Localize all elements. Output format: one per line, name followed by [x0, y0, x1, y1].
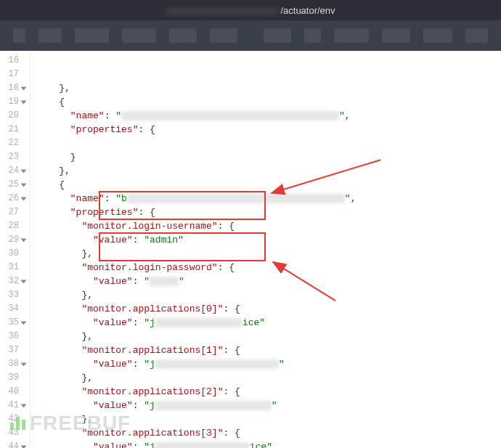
code-line: },: [36, 247, 501, 261]
code-line: },: [36, 81, 501, 95]
line-number: 43: [0, 426, 25, 440]
line-number: 25: [0, 178, 25, 192]
code-line: "value": "jx": [36, 399, 501, 412]
fold-toggle-icon[interactable]: [21, 86, 27, 90]
fold-toggle-icon[interactable]: [21, 404, 27, 407]
line-number: 18: [0, 81, 25, 95]
line-number: 24: [0, 164, 25, 178]
code-line: "monitor.login-password": {: [36, 261, 501, 274]
line-number: 17: [0, 68, 25, 81]
line-number: 37: [0, 343, 25, 357]
fold-toggle-icon[interactable]: [21, 280, 27, 283]
fold-toggle-icon[interactable]: [21, 321, 27, 325]
code-area[interactable]: }, { "name": "x", "properties": { } }, {…: [30, 51, 501, 448]
line-number: 33: [0, 288, 25, 302]
line-number: 21: [0, 123, 25, 137]
redacted-text: x: [155, 442, 250, 448]
line-number: 35: [0, 316, 25, 330]
line-number: 42: [0, 412, 25, 426]
code-line: },: [36, 330, 501, 343]
code-line: },: [36, 288, 501, 302]
line-number: 23: [0, 150, 25, 164]
toolbar-blob: [75, 28, 109, 43]
toolbar-blob: [264, 28, 291, 43]
code-line: "value": "jxice": [36, 316, 501, 330]
redacted-text: x: [155, 318, 243, 327]
toolbar: [0, 20, 501, 51]
redacted-text: x: [150, 277, 179, 286]
line-number: 26: [0, 192, 25, 205]
code-line: "value": "x": [36, 274, 501, 288]
line-number: 27: [0, 205, 25, 219]
code-line: {: [36, 95, 501, 109]
code-line: "value": "jx": [36, 357, 501, 371]
browser-url-bar: xxxxxxxxxxxxxxxxxxxxxxxx /actuator/env: [0, 0, 501, 20]
line-number: 30: [0, 247, 25, 261]
line-number: 28: [0, 219, 25, 233]
fold-toggle-icon[interactable]: [21, 362, 27, 366]
toolbar-blob: [13, 28, 25, 43]
redacted-text: x: [155, 401, 272, 410]
line-number-gutter: 1617181920212223242526272829303132333435…: [0, 51, 30, 448]
line-number: 31: [0, 261, 25, 274]
line-number: 39: [0, 371, 25, 385]
line-number: 40: [0, 385, 25, 399]
code-line: "value": "admin": [36, 233, 501, 247]
line-number: 41: [0, 399, 25, 412]
toolbar-blob: [465, 28, 489, 43]
code-line: "monitor.applications[3]": {: [36, 426, 501, 440]
code-line: [36, 137, 501, 150]
code-line: "name": "x",: [36, 109, 501, 123]
line-number: 34: [0, 302, 25, 316]
code-line: "monitor.applications[2]": {: [36, 385, 501, 399]
url-prefix-redacted: xxxxxxxxxxxxxxxxxxxxxxxx: [166, 5, 279, 16]
line-number: 44: [0, 440, 25, 448]
toolbar-blob: [210, 28, 237, 43]
line-number: 22: [0, 137, 25, 150]
line-number: 19: [0, 95, 25, 109]
fold-toggle-icon[interactable]: [21, 197, 27, 200]
fold-toggle-icon[interactable]: [21, 238, 27, 242]
code-line: {: [36, 178, 501, 192]
redacted-text: x: [127, 194, 345, 203]
redacted-text: x: [155, 359, 279, 369]
line-number: 29: [0, 233, 25, 247]
line-number: 20: [0, 109, 25, 123]
fold-toggle-icon[interactable]: [21, 100, 27, 104]
code-line: },: [36, 164, 501, 178]
code-line: },: [36, 371, 501, 385]
code-line: },: [36, 412, 501, 426]
line-number: 32: [0, 274, 25, 288]
fold-toggle-icon[interactable]: [21, 183, 27, 187]
code-editor[interactable]: 1617181920212223242526272829303132333435…: [0, 51, 501, 448]
redacted-text: x: [121, 111, 339, 121]
line-number: 36: [0, 330, 25, 343]
code-line: "monitor.applications[0]": {: [36, 302, 501, 316]
code-line: "value": "jxice": [36, 440, 501, 448]
toolbar-blob: [38, 28, 62, 43]
code-line: "monitor.login-username": {: [36, 219, 501, 233]
line-number: 16: [0, 54, 25, 68]
fold-toggle-icon[interactable]: [21, 169, 27, 173]
toolbar-blob: [334, 28, 368, 43]
fold-toggle-icon[interactable]: [21, 445, 27, 448]
code-line: }: [36, 150, 501, 164]
code-line: "monitor.applications[1]": {: [36, 343, 501, 357]
code-line: "properties": {: [36, 123, 501, 137]
line-number: 38: [0, 357, 25, 371]
code-line: "name": "bx",: [36, 192, 501, 205]
toolbar-blob: [169, 28, 197, 43]
toolbar-blob: [382, 28, 410, 43]
toolbar-blob: [423, 28, 452, 43]
url-suffix: /actuator/env: [280, 5, 335, 16]
toolbar-blob: [304, 28, 322, 43]
toolbar-blob: [122, 28, 156, 43]
code-line: "properties": {: [36, 205, 501, 219]
